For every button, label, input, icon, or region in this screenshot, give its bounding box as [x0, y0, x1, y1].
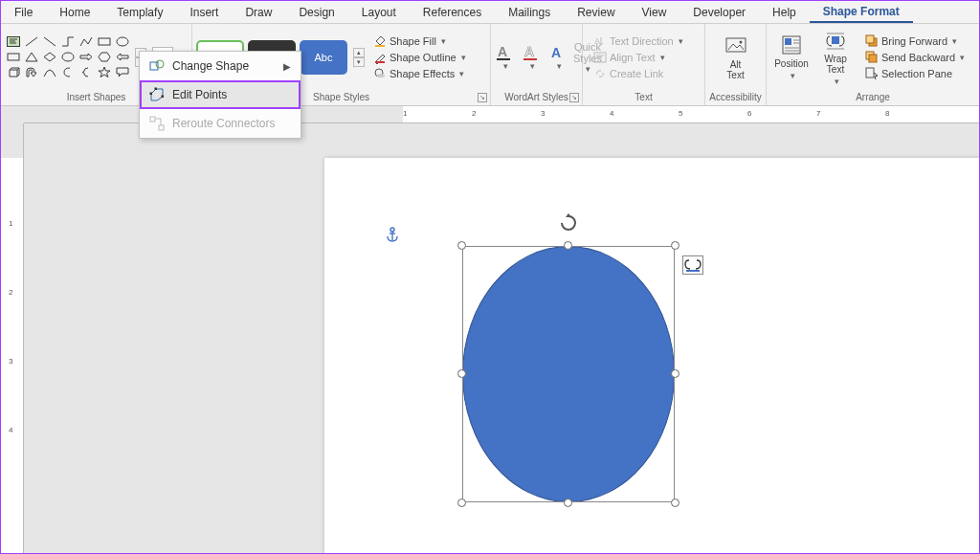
- shape-callout-icon[interactable]: [114, 65, 131, 79]
- shape-curve-icon[interactable]: [41, 65, 58, 79]
- send-backward-icon: [864, 50, 879, 64]
- shape-cube-icon[interactable]: [5, 65, 22, 79]
- document-canvas[interactable]: [24, 123, 979, 553]
- wordart-launcher[interactable]: ↘: [569, 93, 579, 102]
- tab-developer[interactable]: Developer: [679, 1, 759, 23]
- tab-references[interactable]: References: [410, 1, 495, 23]
- shape-freeform-icon[interactable]: [78, 34, 95, 49]
- ruler-h-2: 2: [472, 109, 476, 118]
- handle-top-left[interactable]: [457, 241, 466, 250]
- edit-shape-dropdown: Change Shape ▶ Edit Points Reroute Conne…: [139, 51, 301, 139]
- position-button[interactable]: Position▾: [770, 30, 813, 85]
- shape-rect2-icon[interactable]: [5, 50, 22, 64]
- group-insert-shapes: ▴▾ Insert Shapes Change Shape ▶ Edit Poi…: [1, 24, 192, 105]
- layout-options-button[interactable]: [682, 255, 703, 275]
- handle-bot-mid[interactable]: [564, 499, 572, 507]
- shape-brace-icon[interactable]: [78, 65, 95, 79]
- shape-connector-icon[interactable]: [59, 34, 77, 49]
- shape-textbox-icon[interactable]: [5, 34, 22, 49]
- alt-text-icon: [724, 34, 747, 57]
- shape-hexagon-icon[interactable]: [96, 50, 113, 64]
- tab-home[interactable]: Home: [46, 1, 103, 23]
- shapes-gallery[interactable]: [5, 34, 131, 79]
- alt-text-l1: Alt: [730, 59, 742, 70]
- shape-line2-icon[interactable]: [41, 34, 58, 49]
- svg-rect-42: [866, 35, 874, 43]
- group-wordart-styles: A▾ A▾ A▾ Quick Styles ▾ WordArt Styles ↘: [491, 24, 583, 105]
- menu-edit-points[interactable]: Edit Points: [140, 80, 301, 109]
- group-arrange: Position▾ WrapText▾ Bring Forward▾ Send …: [767, 24, 979, 105]
- shape-arrowleft-icon[interactable]: [114, 50, 131, 64]
- shape-star-icon[interactable]: [96, 65, 113, 79]
- tab-layout[interactable]: Layout: [348, 1, 410, 23]
- svg-point-31: [739, 40, 742, 43]
- group-label-accessibility: Accessibility: [705, 90, 766, 105]
- tab-mailings[interactable]: Mailings: [495, 1, 564, 23]
- svg-text:A: A: [524, 44, 534, 59]
- text-outline-icon[interactable]: A▾: [522, 40, 541, 75]
- shape-oval2-icon[interactable]: [59, 50, 77, 64]
- shape-triangle-icon[interactable]: [23, 50, 40, 64]
- handle-top-right[interactable]: [671, 241, 679, 250]
- handle-mid-left[interactable]: [457, 369, 466, 378]
- group-accessibility: AltText Accessibility: [705, 24, 767, 105]
- tab-review[interactable]: Review: [564, 1, 628, 23]
- shape-arrow-icon[interactable]: [78, 50, 95, 64]
- handle-bot-right[interactable]: [671, 499, 679, 507]
- bring-forward-icon: [864, 33, 879, 48]
- text-effects-icon[interactable]: A▾: [548, 40, 568, 75]
- shape-lbracket-icon[interactable]: [59, 65, 77, 79]
- tab-view[interactable]: View: [629, 1, 680, 23]
- selected-oval-shape[interactable]: [462, 246, 675, 502]
- reroute-icon: [149, 116, 165, 131]
- tab-help[interactable]: Help: [759, 1, 810, 23]
- ribbon-tabs: File Home Templafy Insert Draw Design La…: [1, 1, 979, 24]
- shape-styles-launcher[interactable]: ↘: [478, 93, 487, 102]
- shape-fill-label: Shape Fill: [390, 35, 436, 47]
- tab-design[interactable]: Design: [285, 1, 347, 23]
- rotate-handle[interactable]: [559, 213, 578, 233]
- shape-outline-button[interactable]: Shape Outline▾: [372, 50, 466, 64]
- style-thumb-3[interactable]: Abc: [300, 40, 347, 75]
- send-backward-button[interactable]: Send Backward▾: [864, 50, 965, 64]
- ruler-vertical[interactable]: 1 2 3 4: [1, 123, 24, 553]
- styles-gallery-spin[interactable]: ▴▾: [353, 48, 365, 67]
- menu-change-shape[interactable]: Change Shape ▶: [140, 52, 301, 80]
- tab-file[interactable]: File: [1, 1, 46, 23]
- handle-top-mid[interactable]: [564, 241, 572, 250]
- svg-rect-13: [155, 88, 158, 91]
- shape-line-icon[interactable]: [23, 34, 40, 49]
- tab-insert[interactable]: Insert: [176, 1, 232, 23]
- chevron-down-icon: ▾: [459, 69, 464, 78]
- shape-rect-icon[interactable]: [96, 34, 113, 49]
- shape-uturn-icon[interactable]: [23, 65, 40, 79]
- shape-effects-button[interactable]: Shape Effects▾: [372, 66, 466, 80]
- link-icon: [592, 66, 607, 80]
- tab-shape-format[interactable]: Shape Format: [810, 1, 913, 23]
- bring-forward-button[interactable]: Bring Forward▾: [864, 33, 965, 48]
- shape-diamond-icon[interactable]: [41, 50, 58, 64]
- svg-point-11: [156, 60, 164, 68]
- text-fill-icon[interactable]: A▾: [495, 40, 514, 75]
- ruler-h-6: 6: [747, 109, 751, 118]
- svg-rect-3: [99, 38, 110, 45]
- svg-rect-33: [785, 38, 791, 45]
- wrap-text-button[interactable]: WrapText▾: [814, 30, 857, 85]
- selection-rectangle: [462, 246, 675, 502]
- shape-oval-icon[interactable]: [114, 34, 131, 49]
- alt-text-button[interactable]: AltText: [715, 30, 757, 85]
- svg-point-4: [117, 37, 128, 46]
- create-link-label: Create Link: [610, 68, 663, 79]
- handle-bot-left[interactable]: [457, 499, 466, 507]
- shape-fill-button[interactable]: Shape Fill▾: [372, 33, 466, 48]
- ruler-v-4: 4: [9, 426, 12, 434]
- selection-pane-button[interactable]: Selection Pane: [864, 66, 965, 80]
- tab-draw[interactable]: Draw: [232, 1, 285, 23]
- ruler-h-7: 7: [816, 109, 820, 118]
- align-text-button: Align Text▾: [592, 50, 683, 64]
- group-label-arrange: Arrange: [767, 90, 979, 105]
- tab-templafy[interactable]: Templafy: [103, 1, 176, 23]
- anchor-icon[interactable]: [386, 227, 399, 242]
- handle-mid-right[interactable]: [671, 369, 679, 378]
- svg-rect-12: [150, 93, 153, 96]
